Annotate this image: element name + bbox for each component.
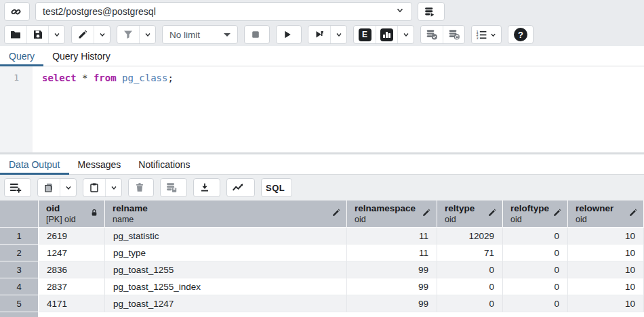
cell-reltype[interactable]: 0 <box>437 261 503 278</box>
commit-button[interactable] <box>421 26 443 43</box>
cell-relnamespace[interactable]: 11 <box>347 228 437 245</box>
delete-row-button[interactable] <box>129 179 150 196</box>
macros-menu-button[interactable]: 1 2 3 <box>472 26 501 43</box>
cell-reltype[interactable]: 0 <box>437 295 503 312</box>
add-row-button[interactable] <box>5 179 26 196</box>
open-file-button[interactable] <box>5 26 26 43</box>
plug-connection-icon <box>10 6 22 18</box>
edit-menu-dropdown[interactable] <box>94 26 110 43</box>
cell-relname[interactable]: pg_toast_1255_index <box>105 278 347 295</box>
row-number[interactable]: 3 <box>0 261 39 278</box>
cell-reloftype[interactable]: 0 <box>503 228 568 245</box>
cell-reloftype[interactable]: 0 <box>503 261 568 278</box>
copy-button[interactable] <box>38 179 60 196</box>
tab-data-output[interactable]: Data Output <box>0 154 69 174</box>
column-name: reloftype <box>510 203 552 214</box>
tab-query[interactable]: Query <box>0 46 43 66</box>
cell-reloftype[interactable]: 0 <box>503 245 568 261</box>
save-data-changes-button[interactable] <box>161 179 182 196</box>
row-number[interactable]: 4 <box>0 278 39 295</box>
cell-reloftype[interactable]: 0 <box>503 295 568 312</box>
cell-oid[interactable]: 2619 <box>39 228 105 245</box>
explain-analyze-chart-icon <box>380 28 393 41</box>
table-row: 3 2836 pg_toast_1255 99 0 0 10 <box>0 261 644 278</box>
save-options-dropdown[interactable] <box>48 26 64 43</box>
cell-reltype[interactable]: 12029 <box>437 228 503 245</box>
edit-pencil-icon[interactable] <box>331 208 341 219</box>
explain-button[interactable]: E <box>354 26 376 43</box>
download-results-button[interactable] <box>194 179 216 196</box>
execute-query-button[interactable] <box>277 26 298 43</box>
cell-relowner[interactable]: 10 <box>568 245 644 261</box>
cell-relowner[interactable]: 10 <box>568 228 644 245</box>
paste-button[interactable] <box>83 179 105 196</box>
table-row: 4 2837 pg_toast_1255_index 99 0 0 10 <box>0 278 644 295</box>
execute-options-dropdown[interactable] <box>330 26 346 43</box>
cell-relnamespace[interactable]: 99 <box>347 261 437 278</box>
download-icon <box>199 182 210 193</box>
edit-menu-button[interactable] <box>72 26 94 43</box>
row-number[interactable]: 2 <box>0 245 39 261</box>
cell-relnamespace[interactable]: 99 <box>347 278 437 295</box>
cell-oid[interactable]: 2836 <box>39 261 105 278</box>
row-number[interactable]: 5 <box>0 295 39 312</box>
cell-relname[interactable]: pg_toast_1255 <box>105 261 347 278</box>
cell-oid[interactable]: 2837 <box>39 278 105 295</box>
svg-text:3: 3 <box>477 37 479 40</box>
cell-relowner[interactable]: 10 <box>568 295 644 312</box>
cell-reloftype[interactable]: 0 <box>503 278 568 295</box>
cell-relowner[interactable]: 10 <box>568 261 644 278</box>
add-row-icon <box>9 182 22 194</box>
filter-options-dropdown[interactable] <box>139 26 155 43</box>
row-limit-select[interactable]: No limit <box>162 25 238 44</box>
graph-visualiser-button[interactable] <box>227 179 249 196</box>
explain-options-dropdown[interactable] <box>397 26 414 43</box>
explain-analyze-button[interactable] <box>376 26 397 43</box>
connection-select[interactable]: test2/postgres@postgresql <box>35 2 412 21</box>
table-row: 1 2619 pg_statistic 11 12029 0 10 <box>0 228 644 245</box>
column-header-relnamespace[interactable]: relnamespace oid <box>347 200 437 228</box>
tab-messages[interactable]: Messages <box>69 154 130 174</box>
edit-pencil-icon[interactable] <box>552 208 562 219</box>
database-rollback-icon <box>448 28 460 41</box>
cell-relname[interactable]: pg_toast_1247 <box>105 295 347 312</box>
tab-notifications[interactable]: Notifications <box>129 154 199 174</box>
column-header-relname[interactable]: relname name <box>105 200 347 228</box>
column-header-relowner[interactable]: relowner oid <box>568 200 644 228</box>
cancel-query-button[interactable] <box>245 26 266 43</box>
sql-code-line[interactable]: select * from pg_class; <box>33 66 644 152</box>
column-header-oid[interactable]: oid [PK] oid <box>39 200 105 228</box>
cell-oid[interactable]: 1247 <box>39 245 105 261</box>
show-sql-button[interactable]: SQL <box>262 179 289 196</box>
paste-options-dropdown[interactable] <box>105 179 121 196</box>
connection-status-button[interactable] <box>5 3 26 20</box>
cell-reltype[interactable]: 71 <box>437 245 503 261</box>
grid-corner-cell[interactable] <box>0 200 39 228</box>
column-header-reltype[interactable]: reltype oid <box>437 200 503 228</box>
edit-pencil-icon[interactable] <box>487 208 497 219</box>
lock-icon <box>89 208 99 219</box>
cell-oid[interactable]: 4171 <box>39 295 105 312</box>
rollback-button[interactable] <box>443 26 464 43</box>
copy-options-dropdown[interactable] <box>60 179 76 196</box>
tab-query-history[interactable]: Query History <box>43 46 119 66</box>
pencil-edit-icon <box>77 29 88 40</box>
filter-button[interactable] <box>117 26 139 43</box>
new-query-tool-connection-button[interactable] <box>418 3 440 20</box>
edit-pencil-icon[interactable] <box>628 208 638 219</box>
help-button[interactable]: ? <box>508 25 534 44</box>
cell-relnamespace[interactable]: 11 <box>347 245 437 261</box>
cell-relnamespace[interactable]: 99 <box>347 295 437 312</box>
save-file-button[interactable] <box>26 26 48 43</box>
row-number[interactable]: 1 <box>0 228 39 245</box>
cell-relname[interactable]: pg_type <box>105 245 347 261</box>
column-header-reloftype[interactable]: reloftype oid <box>503 200 568 228</box>
cell-relname[interactable]: pg_statistic <box>105 228 347 245</box>
cell-relowner[interactable]: 10 <box>568 278 644 295</box>
sql-editor[interactable]: 1 select * from pg_class; <box>0 66 644 152</box>
cell-reltype[interactable]: 0 <box>437 278 503 295</box>
execute-to-cursor-button[interactable] <box>308 26 330 43</box>
edit-pencil-icon[interactable] <box>422 208 431 219</box>
floppy-save-icon <box>33 29 43 40</box>
table-row: 5 4171 pg_toast_1247 99 0 0 10 <box>0 295 644 312</box>
